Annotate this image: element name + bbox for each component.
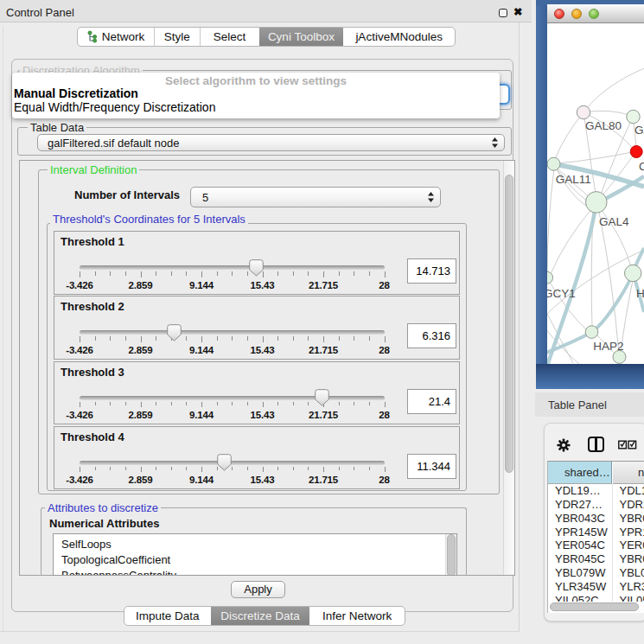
- svg-text:HAP2: HAP2: [593, 340, 623, 353]
- svg-text:C: C: [639, 160, 644, 173]
- svg-text:GA: GA: [634, 124, 644, 137]
- svg-text:GAL80: GAL80: [585, 119, 622, 132]
- svg-text:GAL11: GAL11: [556, 173, 591, 186]
- svg-text:GCY1: GCY1: [547, 287, 576, 300]
- svg-text:GAL4: GAL4: [599, 215, 629, 228]
- svg-text:H: H: [636, 287, 644, 300]
